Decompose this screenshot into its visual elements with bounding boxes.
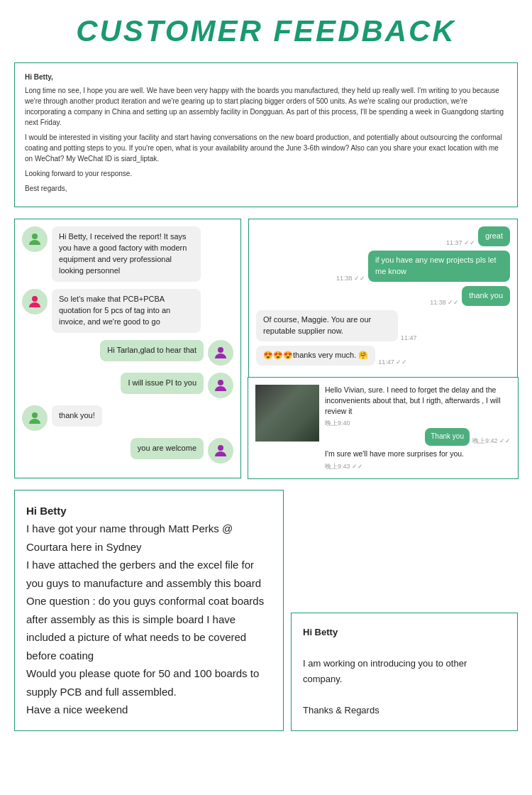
- chat-bubble: So let's make that PCB+PCBA quotation fo…: [52, 289, 201, 333]
- email-line-5: Would you please quote for 50 and 100 bo…: [26, 664, 272, 701]
- chat-msg-row-self: Hi Tarlan,glad to hear that: [22, 340, 233, 366]
- email-para-3: Looking forward to your response.: [25, 168, 507, 179]
- chat-bubble-sent: thank you: [462, 286, 510, 306]
- svg-point-0: [32, 234, 38, 239]
- overlay-sent-row: Thank you 晚上9:42 ✓✓: [325, 428, 511, 446]
- email-para-1: Long time no see, I hope you are well. W…: [25, 85, 507, 128]
- email-sidebar-block: Hi Betty I am working on introducing you…: [291, 613, 518, 731]
- email-sidebar-greeting: Hi Betty: [303, 625, 506, 640]
- factory-image: [255, 385, 319, 442]
- msg-time: 11:37 ✓✓: [446, 239, 475, 246]
- chat-bubble: thank you!: [52, 405, 102, 427]
- email-greeting: Hi Betty,: [25, 72, 507, 82]
- overlay-sent-bubble: Thank you: [425, 428, 470, 446]
- email-main-block: Hi Betty I have got your name through Ma…: [14, 490, 284, 731]
- chat-msg-row: thank you!: [22, 405, 233, 431]
- chat-bubble-self: I will issue PI to you: [121, 373, 204, 394]
- msg-time: 11:38 ✓✓: [336, 275, 365, 282]
- chat-msg-sent: 11:37 ✓✓ great: [256, 226, 510, 246]
- chat-bubble-sent: if you have any new projects pls let me …: [368, 251, 510, 282]
- avatar: [22, 405, 48, 431]
- chat-msg-received: 😍😍😍thanks very much. 🤗 11:47 ✓✓: [256, 346, 510, 366]
- chat-panel-left: Hi Betty, I received the report! It says…: [14, 219, 241, 478]
- bottom-email-section: Hi Betty I have got your name through Ma…: [14, 490, 518, 731]
- chat-bubble: Hi Betty, I received the report! It says…: [52, 226, 201, 282]
- chat-bubble-sent: great: [478, 226, 510, 246]
- chat-overlay-panel: Hello Vivian, sure. I need to forget the…: [248, 377, 519, 478]
- chat-msg-sent: 11:38 ✓✓ thank you: [256, 286, 510, 306]
- email-sidebar-para: I am working on introducing you to other…: [303, 656, 506, 687]
- svg-point-2: [218, 347, 223, 353]
- avatar-self: [208, 373, 233, 398]
- avatar-self: [208, 438, 233, 464]
- email-card-1: Hi Betty, Long time no see, I hope you a…: [14, 62, 518, 207]
- email-closing: Best regards,: [25, 183, 507, 194]
- svg-point-1: [32, 296, 38, 302]
- email-line-3: I have attached the gerbers and the exce…: [26, 556, 272, 592]
- msg-time: 11:38 ✓✓: [430, 299, 459, 306]
- overlay-received-time: 晚上9:40: [325, 419, 511, 428]
- svg-point-3: [218, 380, 223, 385]
- chat-msg-received: Of course, Maggie. You are our reputable…: [256, 310, 510, 341]
- msg-time: 11:47: [401, 334, 417, 341]
- email-line-6: Have a nice weekend: [26, 701, 272, 719]
- avatar: [22, 289, 48, 314]
- chat-panel-right: 11:37 ✓✓ great 11:38 ✓✓ if you have any …: [248, 219, 518, 478]
- overlay-received-time2: 晚上9:43 ✓✓: [325, 462, 511, 471]
- overlay-messages: Hello Vivian, sure. I need to forget the…: [325, 385, 511, 471]
- avatar: [22, 226, 48, 252]
- chat-section: Hi Betty, I received the report! It says…: [14, 219, 518, 478]
- email-para-2: I would be interested in visiting your f…: [25, 132, 507, 164]
- overlay-received-text: Hello Vivian, sure. I need to forget the…: [325, 385, 511, 416]
- chat-bubble-received: Of course, Maggie. You are our reputable…: [256, 310, 398, 341]
- chat-msg-row-self: I will issue PI to you: [22, 373, 233, 398]
- chat-msg-row: Hi Betty, I received the report! It says…: [22, 226, 233, 282]
- email-line-4: One question : do you guys conformal coa…: [26, 592, 272, 664]
- email-line-1: Hi Betty: [26, 502, 272, 520]
- chat-bubble-self: Hi Tarlan,glad to hear that: [100, 340, 204, 361]
- svg-point-5: [218, 445, 223, 451]
- chat-bubble-self: you are welcome: [131, 438, 204, 459]
- overlay-sent-time: 晚上9:42 ✓✓: [472, 437, 511, 446]
- chat-msg-row: So let's make that PCB+PCBA quotation fo…: [22, 289, 233, 333]
- email-sidebar-closing: Thanks & Regards: [303, 703, 506, 718]
- email-line-2: I have got your name through Matt Perks …: [26, 520, 272, 556]
- chat-bubble-received: 😍😍😍thanks very much. 🤗: [256, 346, 375, 366]
- page-title: CUSTOMER FEEDBACK: [14, 14, 518, 48]
- chat-msg-sent: 11:38 ✓✓ if you have any new projects pl…: [256, 251, 510, 282]
- chat-msg-row-self: you are welcome: [22, 438, 233, 464]
- overlay-received-text2: I'm sure we'll have more surprises for y…: [325, 449, 511, 459]
- msg-time: 11:47 ✓✓: [378, 358, 407, 366]
- avatar-self: [208, 340, 233, 366]
- svg-point-4: [32, 412, 38, 418]
